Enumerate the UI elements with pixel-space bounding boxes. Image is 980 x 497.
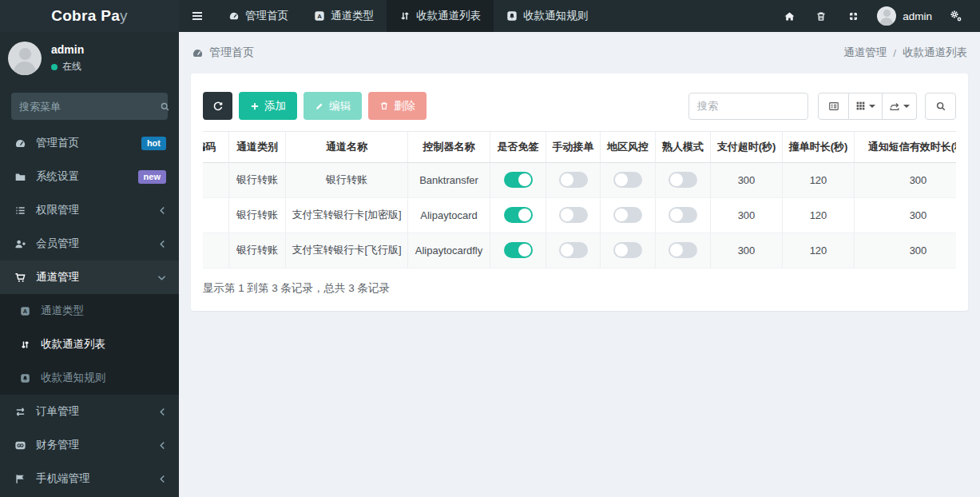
user-menu[interactable]: admin xyxy=(869,6,940,26)
sidebar-subitem-channel-type[interactable]: A 通道类型 xyxy=(0,294,179,328)
topbar: Cobra Pay 管理首页 A 通道类型 xyxy=(0,0,980,32)
svg-text:A: A xyxy=(22,308,27,315)
columns-button[interactable] xyxy=(849,93,883,120)
add-button-label: 添加 xyxy=(264,99,286,113)
svg-text:A: A xyxy=(317,13,322,20)
manual-accept-toggle[interactable] xyxy=(559,207,588,223)
tab-dashboard[interactable]: 管理首页 xyxy=(216,0,301,32)
trash-icon xyxy=(815,10,827,22)
edit-button-label: 编辑 xyxy=(329,99,351,113)
header-region-risk: 地区风控 xyxy=(601,132,656,162)
settings-button[interactable] xyxy=(940,0,972,32)
delete-button[interactable]: 删除 xyxy=(368,92,427,120)
tab-notify-rules[interactable]: 收款通知规则 xyxy=(494,0,601,32)
flag-icon xyxy=(13,473,27,485)
search-submit-button[interactable] xyxy=(925,93,956,120)
page-title-label: 管理首页 xyxy=(209,46,254,60)
region-risk-toggle[interactable] xyxy=(613,207,642,223)
edit-button[interactable]: 编辑 xyxy=(304,92,362,120)
manual-accept-toggle[interactable] xyxy=(559,172,588,188)
table-search-input[interactable] xyxy=(688,93,808,120)
online-status: 在线 xyxy=(51,60,84,74)
breadcrumb-separator: / xyxy=(893,47,896,59)
cell-name: 支付宝转银行卡[加密版] xyxy=(286,197,408,233)
sidebar-item-permissions[interactable]: 权限管理 xyxy=(0,193,179,227)
online-dot-icon xyxy=(51,64,58,70)
export-button[interactable] xyxy=(883,93,917,120)
sidebar-item-settings[interactable]: 系统设置 new xyxy=(0,160,179,193)
header-collision-time: 撞单时长(秒) xyxy=(783,132,855,162)
header-code: 编码 xyxy=(203,132,229,162)
menu-label: 订单管理 xyxy=(36,404,150,419)
tab-channel-list[interactable]: 收款通道列表 xyxy=(387,0,494,32)
table-row[interactable]: 6 银行转账 支付宝转银行卡[加密版] Alipaytocard 300 120… xyxy=(203,197,956,233)
cell-controller: Alipaytocard xyxy=(408,197,490,233)
menu-label: 收款通道列表 xyxy=(41,337,166,352)
sidebar-item-members[interactable]: 会员管理 xyxy=(0,227,179,260)
add-button[interactable]: 添加 xyxy=(239,92,297,120)
sidebar-toggle-button[interactable] xyxy=(179,0,216,32)
sidebar-item-mobile[interactable]: 手机端管理 xyxy=(0,462,179,495)
menu-label: 管理首页 xyxy=(36,136,133,150)
chevron-left-icon xyxy=(159,441,166,450)
cell-collision-time: 120 xyxy=(783,197,855,233)
list-alt-icon xyxy=(828,101,839,112)
sidebar-item-dashboard[interactable]: 管理首页 hot xyxy=(0,126,179,160)
caret-down-icon xyxy=(869,105,875,108)
free-sign-toggle[interactable] xyxy=(504,242,533,258)
sidebar-subitem-channel-list[interactable]: 收款通道列表 xyxy=(0,328,179,361)
cell-sms-valid: 300 xyxy=(855,197,957,233)
header-name: 通道名称 xyxy=(286,132,408,162)
chevron-down-icon xyxy=(157,274,166,281)
fullscreen-button[interactable] xyxy=(837,0,869,32)
breadcrumb-section-link[interactable]: 通道管理 xyxy=(843,46,887,60)
tab-label: 收款通道列表 xyxy=(416,9,481,23)
tab-label: 管理首页 xyxy=(245,9,288,23)
trusted-mode-toggle[interactable] xyxy=(669,242,697,258)
table-row[interactable]: 7 银行转账 银行转账 Banktransfer 300 120 300 xyxy=(203,162,956,197)
free-sign-toggle[interactable] xyxy=(504,172,533,188)
columns-grid-icon xyxy=(855,101,866,111)
sidebar: admin 在线 管理首页 hot 系统设置 new xyxy=(0,32,179,497)
table-row[interactable]: 5 银行转账 支付宝转银行卡[飞行版] Alipaytocardfly 300 … xyxy=(203,233,956,268)
cart-icon xyxy=(13,272,27,284)
menu-search-input[interactable] xyxy=(19,101,160,113)
page-title: 管理首页 xyxy=(192,46,254,60)
user-plus-icon xyxy=(13,238,27,250)
manual-accept-toggle[interactable] xyxy=(559,242,588,258)
tab-channel-type[interactable]: A 通道类型 xyxy=(301,0,387,32)
bell-square-icon xyxy=(18,373,32,384)
refresh-button[interactable] xyxy=(203,92,232,120)
menu-label: 通道管理 xyxy=(36,270,149,284)
clear-cache-button[interactable] xyxy=(805,0,837,32)
open-tabs: 管理首页 A 通道类型 收款通道列表 收款通知规则 xyxy=(216,0,601,32)
a-square-icon: A xyxy=(314,10,325,22)
trusted-mode-toggle[interactable] xyxy=(669,172,697,188)
cell-name: 支付宝转银行卡[飞行版] xyxy=(286,233,408,268)
channel-table-wrapper: 编码 通道类别 通道名称 控制器名称 是否免签 手动接单 地区风控 熟人模式 支… xyxy=(203,131,956,268)
sidebar-item-finance[interactable]: 财务管理 xyxy=(0,428,179,462)
detail-view-button[interactable] xyxy=(818,93,849,120)
pencil-icon xyxy=(315,101,324,111)
channel-table: 编码 通道类别 通道名称 控制器名称 是否免签 手动接单 地区风控 熟人模式 支… xyxy=(203,132,956,268)
free-sign-toggle[interactable] xyxy=(504,207,533,223)
sidebar-user-panel: admin 在线 xyxy=(0,32,179,83)
sidebar-item-orders[interactable]: 订单管理 xyxy=(0,395,179,428)
trusted-mode-toggle[interactable] xyxy=(669,207,697,223)
pagination-summary: 显示第 1 到第 3 条记录，总共 3 条记录 xyxy=(203,281,956,299)
home-button[interactable] xyxy=(773,0,805,32)
menu-search-box xyxy=(11,93,168,120)
sidebar-item-channels[interactable]: 通道管理 xyxy=(0,260,179,294)
menu-label: 财务管理 xyxy=(36,438,150,452)
sidebar-username: admin xyxy=(51,43,84,56)
cell-code: 5 xyxy=(203,233,229,268)
delete-button-label: 删除 xyxy=(394,99,415,113)
sidebar-subitem-notify-rules[interactable]: 收款通知规则 xyxy=(0,361,179,395)
cell-category: 银行转账 xyxy=(229,162,286,197)
top-navbar: 管理首页 A 通道类型 收款通道列表 收款通知规则 xyxy=(179,0,980,32)
brand-logo[interactable]: Cobra Pay xyxy=(0,0,179,32)
cogs-icon xyxy=(950,10,962,22)
region-risk-toggle[interactable] xyxy=(613,242,642,258)
region-risk-toggle[interactable] xyxy=(613,172,642,188)
trash-icon xyxy=(379,101,389,111)
